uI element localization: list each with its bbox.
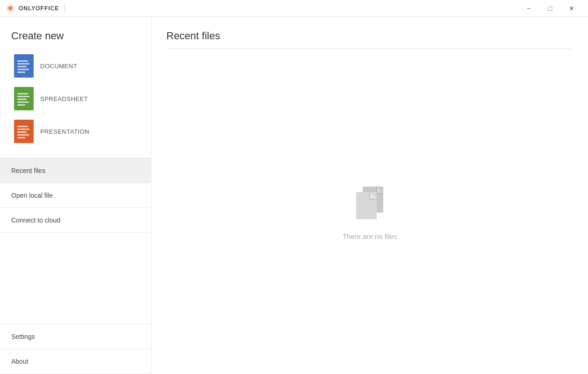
document-icon — [14, 54, 34, 78]
main-layout: Create new DOCUMENT — [0, 17, 588, 374]
titlebar-separator — [65, 4, 65, 13]
create-new-items: DOCUMENT SPREADSHEET — [11, 50, 140, 147]
presentation-icon — [14, 120, 34, 143]
content-title: Recent files — [166, 30, 573, 42]
empty-state-text: There are no files — [343, 232, 397, 240]
close-button[interactable]: ✕ — [561, 0, 582, 17]
svg-point-2 — [9, 7, 12, 10]
create-new-title: Create new — [11, 30, 140, 42]
maximize-button[interactable]: □ — [539, 0, 561, 17]
create-document-item[interactable]: DOCUMENT — [11, 50, 140, 81]
empty-files-svg — [349, 183, 391, 225]
sidebar-bottom: Settings About — [0, 324, 151, 374]
content-body: There are no files — [151, 49, 588, 374]
document-label: DOCUMENT — [40, 63, 77, 70]
app-logo: ONLYOFFICE — [6, 4, 59, 13]
content-header: Recent files — [151, 17, 588, 49]
content-area: Recent files There are no files — [151, 17, 588, 374]
sidebar-nav: Recent files Open local file Connect to … — [0, 158, 151, 324]
create-spreadsheet-item[interactable]: SPREADSHEET — [11, 83, 140, 114]
spreadsheet-icon — [14, 87, 34, 110]
app-title-text: ONLYOFFICE — [19, 5, 59, 12]
presentation-label: PRESENTATION — [40, 128, 89, 135]
spreadsheet-label: SPREADSHEET — [40, 95, 88, 102]
nav-item-settings[interactable]: Settings — [0, 324, 151, 349]
nav-item-about[interactable]: About — [0, 349, 151, 374]
create-new-section: Create new DOCUMENT — [0, 17, 151, 158]
titlebar: ONLYOFFICE − □ ✕ — [0, 0, 588, 17]
create-presentation-item[interactable]: PRESENTATION — [11, 116, 140, 147]
nav-item-recent-files[interactable]: Recent files — [0, 158, 151, 183]
onlyoffice-logo-icon — [6, 4, 15, 13]
empty-state-icon — [349, 183, 391, 225]
nav-item-open-local-file[interactable]: Open local file — [0, 183, 151, 208]
minimize-button[interactable]: − — [518, 0, 539, 17]
nav-item-connect-to-cloud[interactable]: Connect to cloud — [0, 208, 151, 233]
sidebar: Create new DOCUMENT — [0, 17, 151, 374]
window-controls: − □ ✕ — [518, 0, 582, 17]
